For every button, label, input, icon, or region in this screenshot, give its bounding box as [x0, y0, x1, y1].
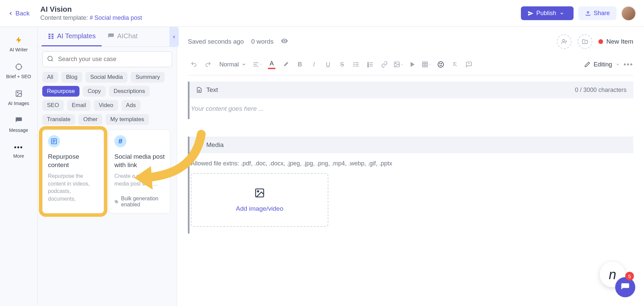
chip-social-media[interactable]: Social Media [86, 72, 127, 83]
rail-message[interactable]: Message [0, 114, 37, 136]
share-button[interactable]: Share [578, 6, 616, 20]
chip-seo[interactable]: SEO [42, 100, 64, 111]
paragraph-style-label: Normal [219, 61, 239, 68]
card-social-media-post[interactable]: # Social media post with link Create a s… [109, 130, 170, 213]
dropzone-label: Add image/video [236, 205, 283, 212]
grid-icon [48, 33, 54, 40]
numbered-list-button[interactable]: 123 [364, 58, 376, 70]
add-folder-button[interactable] [578, 34, 592, 49]
preview-button[interactable] [281, 37, 288, 46]
svg-rect-10 [49, 36, 51, 37]
newspaper-icon [48, 135, 60, 147]
saved-status: Saved seconds ago [188, 38, 244, 45]
editor-area: Saved seconds ago 0 words New Item [177, 27, 644, 306]
svg-rect-12 [49, 38, 51, 39]
search-input[interactable] [42, 51, 172, 67]
tab-label: AIChat [117, 32, 138, 40]
chevron-down-icon [615, 62, 620, 67]
n-label: n [609, 267, 616, 282]
block-label: Media [206, 141, 224, 149]
chip-video[interactable]: Video [94, 100, 118, 111]
strikethrough-button[interactable]: S [336, 58, 348, 70]
status-dot [598, 39, 603, 44]
chevron-down-icon [259, 63, 263, 66]
comment-button[interactable] [463, 58, 475, 70]
template-search [42, 51, 172, 67]
chip-translate[interactable]: Translate [42, 114, 75, 125]
template-link[interactable]: Social media post [94, 14, 142, 21]
paragraph-style-select[interactable]: Normal [216, 59, 250, 70]
card-title: Repurpose content [48, 153, 98, 169]
user-avatar[interactable] [621, 6, 636, 21]
chevron-down-icon [241, 62, 246, 67]
panel-collapse-button[interactable] [169, 27, 179, 47]
rail-brief-seo[interactable]: Brief + SEO [0, 60, 37, 82]
upload-icon [585, 10, 591, 16]
svg-point-31 [354, 64, 355, 65]
subtitle-label: Content template: [40, 14, 88, 21]
underline-button[interactable]: U [322, 58, 334, 70]
rail-ai-writer[interactable]: AI Writer [0, 34, 37, 55]
more-options-button[interactable]: ••• [624, 60, 633, 69]
chip-descriptions[interactable]: Descriptions [109, 86, 150, 97]
rail-more[interactable]: ••• More [0, 141, 37, 161]
card-footer-label: Bulk generation enabled [121, 196, 165, 208]
emoji-button[interactable] [435, 58, 447, 70]
pencil-icon [584, 61, 590, 67]
chip-all[interactable]: All [42, 72, 58, 83]
svg-point-51 [440, 63, 440, 64]
chip-copy[interactable]: Copy [83, 86, 106, 97]
support-chat-fab[interactable] [615, 277, 635, 297]
align-button[interactable] [252, 58, 264, 70]
undo-button[interactable] [188, 58, 200, 70]
svg-point-58 [198, 144, 199, 144]
svg-rect-8 [49, 34, 51, 35]
video-button[interactable] [407, 58, 419, 70]
italic-button[interactable]: I [308, 58, 320, 70]
redo-button[interactable] [202, 58, 214, 70]
bullet-list-button[interactable] [350, 58, 362, 70]
back-button[interactable]: Back [8, 10, 30, 17]
text-color-button[interactable]: A [266, 58, 278, 70]
item-status[interactable]: New Item [598, 38, 633, 45]
chat-icon [15, 117, 22, 125]
status-label: New Item [606, 38, 633, 45]
media-dropzone[interactable]: Add image/video [191, 173, 328, 227]
templates-panel: AI Templates AIChat All Blog Social Medi… [38, 27, 177, 306]
chat-icon [621, 283, 630, 292]
editing-mode-select[interactable]: Editing [584, 61, 620, 68]
chip-ads[interactable]: Ads [121, 100, 141, 111]
chip-summary[interactable]: Summary [131, 72, 165, 83]
search-icon [47, 55, 54, 63]
clear-format-button[interactable] [449, 58, 461, 70]
send-icon [528, 10, 534, 16]
chip-repurpose[interactable]: Repurpose [42, 86, 79, 97]
chip-email[interactable]: Email [67, 100, 91, 111]
chip-my-templates[interactable]: My templates [106, 114, 149, 125]
image-icon [15, 90, 22, 99]
block-label: Text [206, 86, 218, 94]
bold-button[interactable]: B [294, 58, 306, 70]
link-button[interactable] [378, 58, 390, 70]
add-collaborator-button[interactable] [557, 34, 572, 49]
rail-ai-images[interactable]: AI Images [0, 87, 37, 109]
card-repurpose-content[interactable]: Repurpose content Repurpose the content … [42, 130, 104, 213]
svg-point-50 [438, 62, 444, 67]
tab-ai-templates[interactable]: AI Templates [42, 27, 102, 46]
table-button[interactable] [421, 58, 433, 70]
image-button[interactable] [392, 58, 405, 70]
chip-blog[interactable]: Blog [61, 72, 82, 83]
rail-label: AI Writer [9, 47, 28, 52]
editor-status: Saved seconds ago 0 words [188, 37, 288, 46]
app-header: Back AI Vision Content template: #Social… [0, 0, 644, 27]
copy-icon [114, 199, 118, 204]
text-editor-body[interactable]: Your content goes here ... [190, 98, 633, 119]
editor-toolbar: Normal A B I U S [188, 55, 633, 75]
chip-other[interactable]: Other [78, 114, 102, 125]
highlight-button[interactable] [280, 58, 292, 70]
publish-button[interactable]: Publish [521, 6, 574, 20]
chevron-down-icon [400, 63, 404, 66]
image-icon [254, 188, 265, 198]
tab-ai-chat[interactable]: AIChat [102, 27, 144, 46]
media-block: Media Allowed file extns: .pdf, .doc, .d… [188, 137, 633, 234]
